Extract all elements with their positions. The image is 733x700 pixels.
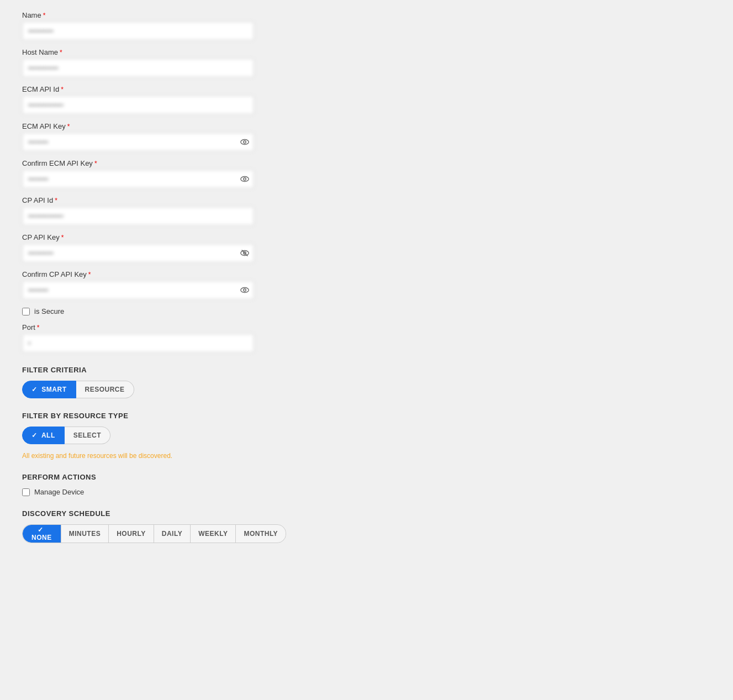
name-label-text: Name xyxy=(22,11,41,19)
hostname-input[interactable] xyxy=(22,59,254,77)
confirm-ecm-api-key-field-group: Confirm ECM API Key * xyxy=(22,159,254,188)
schedule-none-button[interactable]: ✓ NONE xyxy=(23,525,61,543)
perform-actions-title: PERFORM ACTIONS xyxy=(22,473,254,481)
ecm-api-id-required: * xyxy=(61,86,64,93)
ecm-api-key-label-text: ECM API Key xyxy=(22,122,66,130)
ecm-api-key-label: ECM API Key * xyxy=(22,122,254,130)
port-input[interactable] xyxy=(22,334,254,352)
ecm-api-key-wrapper xyxy=(22,133,254,151)
eye-off-icon xyxy=(240,248,250,258)
perform-actions-section: PERFORM ACTIONS Manage Device xyxy=(22,473,254,496)
none-label: NONE xyxy=(31,534,52,541)
confirm-cp-api-key-toggle-visibility[interactable] xyxy=(240,285,250,295)
cp-api-key-label-text: CP API Key xyxy=(22,233,60,241)
is-secure-checkbox[interactable] xyxy=(22,308,30,315)
discovery-schedule-section: DISCOVERY SCHEDULE ✓ NONE MINUTES HOURLY… xyxy=(22,509,254,543)
ecm-api-key-field-group: ECM API Key * xyxy=(22,122,254,151)
is-secure-row: is Secure xyxy=(22,307,254,315)
filter-resource-type-title: FILTER BY RESOURCE TYPE xyxy=(22,412,254,420)
eye-icon-2 xyxy=(240,174,250,184)
filter-info-text: All existing and future resources will b… xyxy=(22,452,254,460)
manage-device-row: Manage Device xyxy=(22,488,254,496)
port-label: Port * xyxy=(22,323,254,331)
confirm-ecm-api-key-label: Confirm ECM API Key * xyxy=(22,159,254,167)
ecm-api-id-label-text: ECM API Id xyxy=(22,85,59,93)
cp-api-key-required: * xyxy=(61,234,64,241)
ecm-api-key-required: * xyxy=(67,123,70,130)
confirm-cp-api-key-required: * xyxy=(88,271,91,278)
confirm-cp-api-key-label: Confirm CP API Key * xyxy=(22,270,254,278)
confirm-ecm-api-key-toggle-visibility[interactable] xyxy=(240,174,250,184)
is-secure-label[interactable]: is Secure xyxy=(34,307,64,315)
weekly-label: WEEKLY xyxy=(198,530,228,538)
confirm-cp-api-key-field-group: Confirm CP API Key * xyxy=(22,270,254,299)
filter-criteria-title: FILTER CRITERIA xyxy=(22,366,254,374)
filter-resource-button[interactable]: RESOURCE xyxy=(76,381,134,398)
confirm-ecm-api-key-input[interactable] xyxy=(22,170,254,188)
svg-point-3 xyxy=(244,178,246,181)
cp-api-key-toggle-visibility[interactable] xyxy=(240,248,250,258)
confirm-ecm-api-key-label-text: Confirm ECM API Key xyxy=(22,159,93,167)
cp-api-id-label-text: CP API Id xyxy=(22,196,53,204)
schedule-minutes-button[interactable]: MINUTES xyxy=(61,525,109,543)
cp-api-key-wrapper xyxy=(22,244,254,262)
hostname-field-group: Host Name * xyxy=(22,48,254,77)
hostname-required: * xyxy=(60,49,62,56)
filter-all-button[interactable]: ✓ ALL xyxy=(22,427,65,444)
hostname-label-text: Host Name xyxy=(22,48,58,56)
select-label: SELECT xyxy=(73,431,101,439)
eye-icon-3 xyxy=(240,285,250,295)
cp-api-id-required: * xyxy=(55,197,57,204)
cp-api-key-input[interactable] xyxy=(22,244,254,262)
name-required: * xyxy=(43,12,46,19)
ecm-api-key-toggle-visibility[interactable] xyxy=(240,137,250,147)
confirm-cp-api-key-label-text: Confirm CP API Key xyxy=(22,270,87,278)
ecm-api-key-input[interactable] xyxy=(22,133,254,151)
ecm-api-id-label: ECM API Id * xyxy=(22,85,254,93)
discovery-schedule-title: DISCOVERY SCHEDULE xyxy=(22,509,254,518)
port-field-group: Port * xyxy=(22,323,254,352)
port-label-text: Port xyxy=(22,323,35,331)
filter-select-button[interactable]: SELECT xyxy=(65,427,110,444)
port-required: * xyxy=(37,324,40,331)
daily-label: DAILY xyxy=(162,530,182,538)
cp-api-key-field-group: CP API Key * xyxy=(22,233,254,262)
filter-resource-type-section: FILTER BY RESOURCE TYPE ✓ ALL SELECT All… xyxy=(22,412,254,460)
schedule-hourly-button[interactable]: HOURLY xyxy=(108,525,154,543)
filter-criteria-toggle-group: ✓ SMART RESOURCE xyxy=(22,381,254,398)
schedule-weekly-button[interactable]: WEEKLY xyxy=(190,525,235,543)
form-section: Name * Host Name * ECM API Id * ECM API … xyxy=(22,11,254,543)
cp-api-id-field-group: CP API Id * xyxy=(22,196,254,225)
cp-api-id-input[interactable] xyxy=(22,207,254,225)
manage-device-label[interactable]: Manage Device xyxy=(34,488,84,496)
schedule-daily-button[interactable]: DAILY xyxy=(154,525,190,543)
ecm-api-id-field-group: ECM API Id * xyxy=(22,85,254,114)
minutes-label: MINUTES xyxy=(69,530,101,538)
cp-api-id-label: CP API Id * xyxy=(22,196,254,204)
svg-point-2 xyxy=(241,177,249,182)
confirm-ecm-api-key-required: * xyxy=(94,160,97,167)
filter-smart-button[interactable]: ✓ SMART xyxy=(22,381,76,398)
all-label: ALL xyxy=(41,431,55,439)
name-field-group: Name * xyxy=(22,11,254,40)
svg-point-0 xyxy=(241,140,249,145)
smart-label: SMART xyxy=(41,386,66,393)
name-label: Name * xyxy=(22,11,254,19)
hostname-label: Host Name * xyxy=(22,48,254,56)
name-input[interactable] xyxy=(22,22,254,40)
discovery-schedule-toggle-group: ✓ NONE MINUTES HOURLY DAILY WEEKLY MONTH… xyxy=(22,524,286,543)
confirm-cp-api-key-wrapper xyxy=(22,281,254,299)
filter-criteria-section: FILTER CRITERIA ✓ SMART RESOURCE xyxy=(22,366,254,398)
hourly-label: HOURLY xyxy=(117,530,146,538)
schedule-monthly-button[interactable]: MONTHLY xyxy=(235,525,286,543)
svg-point-1 xyxy=(244,141,246,144)
none-check-icon: ✓ xyxy=(38,526,44,534)
confirm-ecm-api-key-wrapper xyxy=(22,170,254,188)
confirm-cp-api-key-input[interactable] xyxy=(22,281,254,299)
resource-label: RESOURCE xyxy=(85,386,125,393)
smart-check-icon: ✓ xyxy=(31,386,38,393)
manage-device-checkbox[interactable] xyxy=(22,488,30,496)
ecm-api-id-input[interactable] xyxy=(22,96,254,114)
cp-api-key-label: CP API Key * xyxy=(22,233,254,241)
page-container: Name * Host Name * ECM API Id * ECM API … xyxy=(0,0,733,573)
